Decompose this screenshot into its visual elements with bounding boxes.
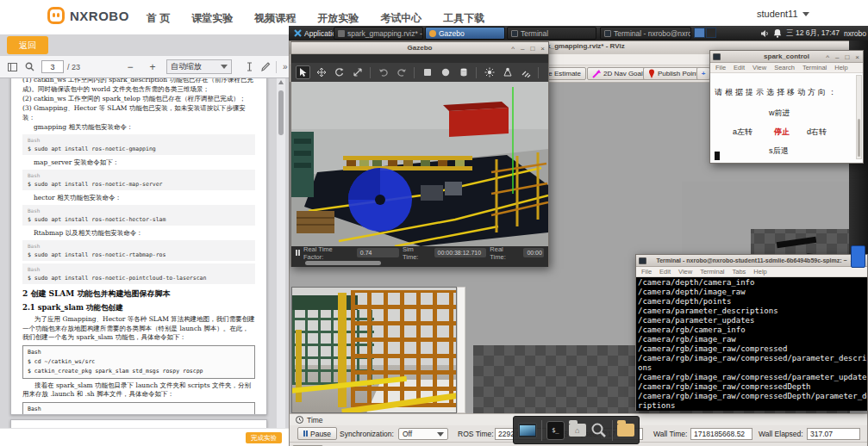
pdf-content-area[interactable]: (1) catkin_ws 工作空间内的 spark_description 功… <box>0 78 289 428</box>
doc-text: 成)。同时确保该包中的 world 文件夹包含所需的各类三维场景； <box>22 84 255 94</box>
terminal-titlebar[interactable]: Terminal - nxrobo@nxrobo-student11-sdmli… <box>636 255 867 267</box>
insert-cylinder-tool[interactable] <box>456 65 471 79</box>
search-icon[interactable] <box>25 62 34 71</box>
back-button[interactable]: 返回 <box>7 36 48 54</box>
rollup-button[interactable]: ^ <box>511 45 515 53</box>
rotate-tool[interactable] <box>332 65 347 79</box>
panel-hide-button[interactable] <box>851 245 865 268</box>
nav-item-exam-center[interactable]: 考试中心 <box>380 11 422 26</box>
menu-edit[interactable]: Edit <box>659 268 671 276</box>
menu-file[interactable]: File <box>715 64 726 71</box>
plus-icon: + <box>702 70 706 77</box>
key-backward: s后退 <box>769 146 789 157</box>
taskbar-item-gazebo[interactable]: Gazebo <box>425 27 505 40</box>
menu-file[interactable]: File <box>641 268 652 276</box>
taskbar-item-terminal[interactable]: Terminal <box>507 27 596 40</box>
gazebo-3d-scene[interactable] <box>291 82 548 246</box>
scale-tool[interactable] <box>350 65 365 79</box>
files-folder-icon[interactable] <box>617 424 634 437</box>
zoom-out-button[interactable]: − <box>125 61 135 73</box>
scrollbar-thumb[interactable] <box>858 119 860 157</box>
minimize-button[interactable]: – <box>521 45 524 53</box>
menu-terminal[interactable]: Terminal <box>700 268 724 276</box>
menu-help[interactable]: Help <box>753 268 766 276</box>
redo-button[interactable] <box>394 65 409 79</box>
menu-view[interactable]: View <box>752 64 766 71</box>
doc-text: (1) catkin_ws 工作空间内的 spark_description 功… <box>22 78 255 84</box>
minimize-button[interactable]: – <box>835 53 839 61</box>
translate-tool[interactable] <box>314 65 328 79</box>
maximize-button[interactable]: □ <box>845 53 849 61</box>
wall-elapsed-field[interactable] <box>807 428 860 440</box>
nav-item-classroom-lab[interactable]: 课堂实验 <box>191 11 233 26</box>
code-block: Bash $ sudo apt install ros-noetic-hecto… <box>22 205 255 226</box>
scroll-up-icon[interactable] <box>278 80 284 84</box>
spark-control-scrollbar[interactable] <box>856 75 862 159</box>
publish-point-tool[interactable]: Publish Point <box>643 67 703 80</box>
taskbar-clock[interactable]: 三 12 6月, 17:47 <box>786 28 840 39</box>
gazebo-titlebar[interactable]: Gazebo ^ – □ × <box>291 42 548 54</box>
notification-bell-icon[interactable] <box>773 28 782 38</box>
select-tool[interactable] <box>296 65 310 79</box>
camera-yellow-post <box>338 293 347 407</box>
panel-splitter[interactable] <box>457 287 465 413</box>
pdf-scrollbar[interactable] <box>277 78 285 428</box>
scrollbar-thumb[interactable] <box>305 261 381 265</box>
directional-light-tool[interactable] <box>518 65 533 79</box>
finish-experiment-button[interactable]: 完成实验 <box>246 432 282 443</box>
wall-time-field[interactable] <box>690 428 752 440</box>
nav-item-tool-download[interactable]: 工具下载 <box>443 11 484 26</box>
menu-tabs[interactable]: Tabs <box>733 268 746 276</box>
code-box: Bash <box>22 402 255 416</box>
terminal-output[interactable]: /camera/depth/camera_info /camera/depth/… <box>636 277 867 411</box>
spark-control-output[interactable]: 请根据提示选择移动方向： w前进 a左转 停止 d右转 s后退 <box>710 73 863 163</box>
taskbar-item-rviz[interactable]: spark_gmapping.rviz* - RViz <box>334 27 423 40</box>
sidebar-toggle-icon[interactable] <box>8 63 17 71</box>
gazebo-slider-row <box>291 259 548 267</box>
zoom-mode-select[interactable]: 自动缩放 <box>166 59 232 74</box>
display-settings-icon[interactable] <box>518 423 537 438</box>
text-select-tool-icon[interactable] <box>246 62 253 71</box>
nav-item-open-lab[interactable]: 开放实验 <box>317 11 359 26</box>
scrollbar-thumb[interactable] <box>278 90 284 135</box>
nav-item-video-courses[interactable]: 视频课程 <box>254 11 296 26</box>
point-light-tool[interactable] <box>482 65 496 79</box>
workspace-switcher[interactable] <box>694 28 716 38</box>
pen-annotate-icon[interactable] <box>261 62 271 71</box>
nav-item-home[interactable]: 首 页 <box>147 11 170 26</box>
terminal-launcher-icon[interactable]: $_ <box>546 421 564 440</box>
undo-button[interactable] <box>376 65 390 79</box>
insert-sphere-tool[interactable] <box>438 65 453 79</box>
wall-time-label: Wall Time: <box>653 430 687 438</box>
menu-search[interactable]: Search <box>774 64 795 71</box>
add-tool-button[interactable]: + <box>696 67 710 80</box>
taskbar-item-terminal-nxrobo[interactable]: Terminal - nxrobo@nxrobo-… <box>600 27 691 40</box>
menu-view[interactable]: View <box>678 268 692 276</box>
doc-heading: 2 创建 SLAM 功能包并构建地图保存脚本 <box>22 288 255 300</box>
sync-dropdown[interactable]: Off <box>398 428 448 440</box>
file-manager-icon[interactable]: ⌂ <box>569 424 586 437</box>
nav-goal-tool[interactable]: 2D Nav Goal <box>587 67 648 80</box>
insert-box-tool[interactable] <box>420 65 434 79</box>
volume-icon[interactable] <box>760 29 769 38</box>
terminal-line: /camera/rgb/camera_info <box>638 325 867 335</box>
rollup-button[interactable]: ^ <box>826 53 829 61</box>
menu-help[interactable]: Help <box>834 64 847 71</box>
user-menu[interactable]: student11 <box>757 9 809 19</box>
page-number-input[interactable] <box>41 60 64 73</box>
pause-button[interactable]: Pause <box>297 427 337 440</box>
menu-terminal[interactable]: Terminal <box>802 64 827 71</box>
menu-edit[interactable]: Edit <box>734 64 745 71</box>
pause-icon[interactable] <box>296 250 300 256</box>
nxrobo-logo[interactable]: NXROBO <box>47 7 129 24</box>
search-launcher-icon[interactable] <box>590 422 608 439</box>
zoom-in-button[interactable]: + <box>147 61 158 73</box>
spark-control-titlebar[interactable]: spark_control ^ – □ × <box>710 51 863 63</box>
toolbar-more-button[interactable]: » <box>283 62 288 71</box>
close-button[interactable]: × <box>855 53 859 61</box>
close-button[interactable]: × <box>540 45 545 53</box>
maximize-button[interactable]: □ <box>530 45 534 53</box>
window-controls: ^ – □ × <box>826 51 859 63</box>
spot-light-tool[interactable] <box>500 65 515 79</box>
gazebo-menubar[interactable] <box>291 54 548 63</box>
